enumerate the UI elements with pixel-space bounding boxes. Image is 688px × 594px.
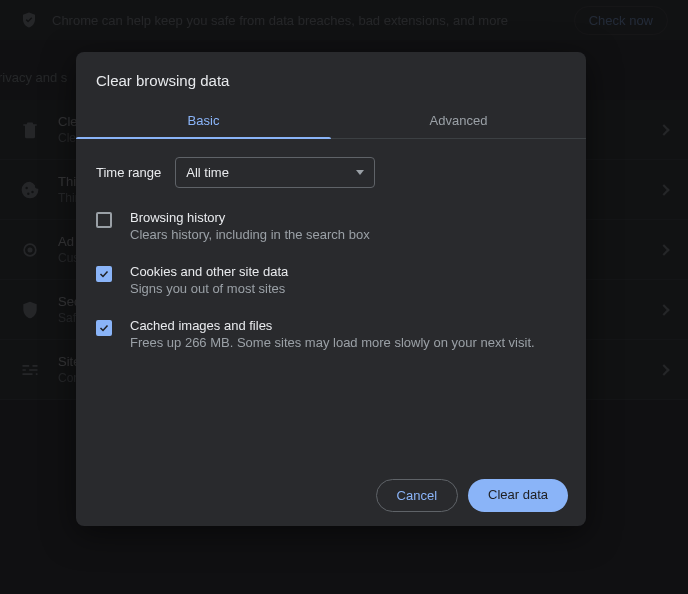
dialog-title: Clear browsing data: [76, 52, 586, 103]
option-title: Cookies and other site data: [130, 264, 288, 279]
tab-advanced[interactable]: Advanced: [331, 103, 586, 138]
option-title: Cached images and files: [130, 318, 535, 333]
dialog-tabs: Basic Advanced: [76, 103, 586, 139]
clear-browsing-data-dialog: Clear browsing data Basic Advanced Time …: [76, 52, 586, 526]
clear-data-button[interactable]: Clear data: [468, 479, 568, 512]
dialog-footer: Cancel Clear data: [76, 465, 586, 526]
option-sub: Signs you out of most sites: [130, 281, 288, 296]
option-browsing-history[interactable]: Browsing history Clears history, includi…: [96, 210, 566, 242]
time-range-select[interactable]: All time: [175, 157, 375, 188]
time-range-row: Time range All time: [96, 157, 566, 188]
checkbox-browsing-history[interactable]: [96, 212, 112, 228]
option-sub: Frees up 266 MB. Some sites may load mor…: [130, 335, 535, 350]
checkbox-cookies[interactable]: [96, 266, 112, 282]
option-cookies[interactable]: Cookies and other site data Signs you ou…: [96, 264, 566, 296]
tab-basic[interactable]: Basic: [76, 103, 331, 138]
check-icon: [98, 268, 110, 280]
time-range-value: All time: [186, 165, 229, 180]
option-title: Browsing history: [130, 210, 370, 225]
cancel-button[interactable]: Cancel: [376, 479, 458, 512]
time-range-label: Time range: [96, 165, 161, 180]
option-sub: Clears history, including in the search …: [130, 227, 370, 242]
checkbox-cache[interactable]: [96, 320, 112, 336]
check-icon: [98, 322, 110, 334]
option-cache[interactable]: Cached images and files Frees up 266 MB.…: [96, 318, 566, 350]
chevron-down-icon: [356, 170, 364, 175]
dialog-body: Time range All time Browsing history Cle…: [76, 139, 586, 465]
